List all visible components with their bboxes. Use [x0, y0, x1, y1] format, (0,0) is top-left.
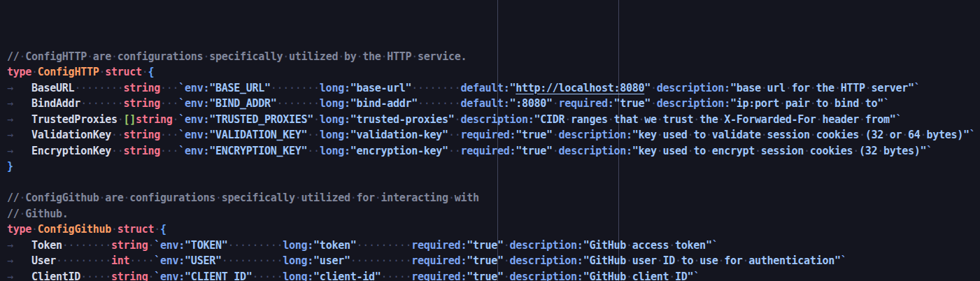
whitespace-dots: ·······: [418, 97, 460, 110]
code-token: "trusted-proxies": [350, 113, 455, 126]
code-token: "USER": [185, 254, 222, 267]
whitespace-dots: ·: [657, 254, 663, 267]
whitespace-dots: ·: [877, 145, 883, 157]
code-token: long:: [320, 82, 350, 94]
whitespace-dots: ·: [99, 66, 105, 78]
code-token: ClientID: [31, 271, 80, 281]
whitespace-dots: ·: [718, 254, 724, 267]
code-token: []: [123, 113, 136, 126]
code-token: user: [632, 254, 657, 267]
code-token: interacting: [381, 192, 448, 204]
whitespace-dots: ·: [148, 239, 155, 252]
whitespace-dots: ·········: [227, 239, 283, 252]
tab-arrow-icon: →: [7, 271, 31, 281]
code-token: HTTP: [841, 82, 865, 94]
code-token: used: [663, 145, 688, 157]
code-token: long:: [283, 239, 313, 252]
code-token: //: [7, 50, 20, 63]
code-token: pair: [786, 97, 810, 110]
code-token: trust: [663, 113, 694, 126]
whitespace-dots: ·: [902, 129, 908, 141]
code-token: `env:: [178, 82, 209, 94]
code-token: "base: [730, 82, 761, 94]
code-token: "token": [313, 239, 356, 252]
whitespace-dots: ·: [99, 192, 105, 204]
whitespace-dots: ·: [626, 271, 632, 281]
whitespace-dots: ·: [215, 192, 222, 204]
code-token: "true": [467, 271, 504, 281]
code-token: utilized: [289, 50, 338, 63]
code-token: "base-url": [350, 82, 412, 94]
code-token: 64: [908, 129, 921, 141]
code-token: "VALIDATION_KEY": [209, 129, 307, 141]
code-token: `env:: [178, 97, 209, 110]
code-token: long:: [320, 129, 350, 141]
code-token: description:: [559, 145, 632, 157]
code-token: type: [7, 223, 31, 236]
whitespace-dots: ·: [883, 129, 890, 141]
code-token: string: [111, 271, 148, 281]
code-token: cookies: [816, 129, 859, 141]
code-editor[interactable]: //·ConfigHTTP·are·configurations·specifi…: [0, 0, 980, 281]
code-token: utilized: [301, 192, 350, 204]
whitespace-dots: ·: [859, 97, 865, 110]
code-token: description:: [460, 113, 534, 126]
code-token: to: [693, 129, 706, 141]
code-line: type·ConfigHTTP·struct·{: [7, 64, 980, 80]
code-token: (32: [865, 129, 883, 141]
code-token: "encryption-key": [350, 145, 448, 157]
code-line: //·ConfigHTTP·are·configurations·specifi…: [7, 49, 980, 65]
whitespace-dots: ·: [283, 50, 289, 63]
whitespace-dots: ·: [448, 192, 455, 204]
code-token: BindAddr: [31, 97, 80, 110]
code-token: long:: [283, 271, 313, 281]
whitespace-dots: ·: [853, 145, 859, 157]
whitespace-dots: ··: [307, 129, 320, 141]
code-token: ConfigGithub: [25, 192, 99, 204]
code-token: cookies: [810, 145, 853, 157]
tab-arrow-icon: →: [7, 97, 31, 110]
whitespace-dots: ·······: [277, 97, 320, 110]
code-token: long:: [320, 145, 350, 157]
code-token: to: [693, 145, 706, 157]
code-token: TrustedProxies: [31, 113, 118, 126]
code-token: for: [724, 254, 742, 267]
whitespace-dots: ··········: [350, 254, 412, 267]
whitespace-dots: ·······: [80, 97, 123, 110]
whitespace-dots: ·········: [356, 239, 411, 252]
code-token: for: [792, 82, 810, 94]
code-token: description:: [510, 254, 583, 267]
code-token: long:: [320, 97, 350, 110]
whitespace-dots: ········: [271, 82, 320, 94]
code-line: //·Github.: [7, 206, 980, 222]
code-token: service.: [418, 50, 467, 63]
tab-arrow-icon: →: [7, 129, 31, 141]
whitespace-dots: ·: [693, 113, 700, 126]
tab-arrow-icon: →: [7, 254, 31, 267]
code-token: "validation-key": [350, 129, 448, 141]
whitespace-dots: ·: [20, 192, 26, 204]
code-token: with: [455, 192, 479, 204]
code-line: → EncryptionKey··string···`env:"ENCRYPTI…: [7, 143, 980, 159]
code-token: `: [693, 271, 700, 281]
whitespace-dots: ·: [31, 66, 38, 78]
code-token: we: [644, 113, 657, 126]
code-token: "client-id": [313, 271, 381, 281]
code-token: "true": [613, 97, 651, 110]
tab-arrow-icon: →: [7, 82, 31, 94]
code-token: ": [644, 82, 651, 94]
whitespace-dots: ·: [669, 239, 675, 252]
whitespace-dots: ·: [675, 254, 681, 267]
whitespace-dots: ·: [755, 145, 761, 157]
code-token: encrypt: [712, 145, 755, 157]
whitespace-dots: ·: [638, 113, 644, 126]
code-token: from": [865, 113, 896, 126]
whitespace-dots: ···: [160, 82, 178, 94]
whitespace-dots: ·: [669, 271, 675, 281]
whitespace-dots: ·: [810, 129, 816, 141]
whitespace-dots: ·: [743, 254, 749, 267]
code-token: are: [105, 192, 123, 204]
whitespace-dots: ·········: [56, 254, 111, 267]
code-token: string: [123, 97, 160, 110]
code-token: bytes)": [883, 145, 926, 157]
